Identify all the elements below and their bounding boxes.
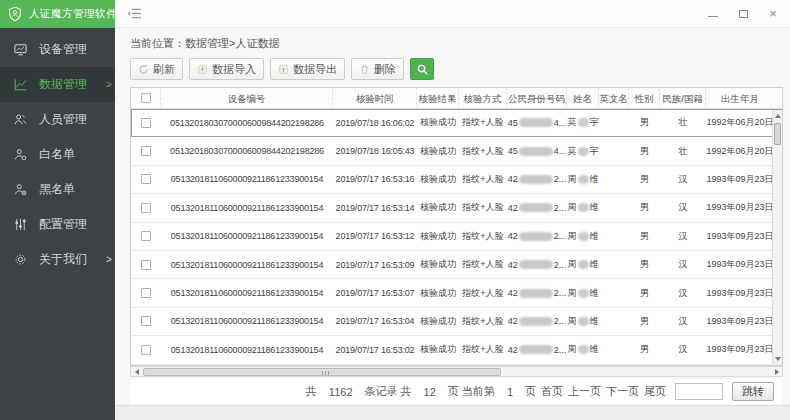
prev-page-link[interactable]: 上一页 bbox=[568, 384, 601, 399]
table-row[interactable]: 05132018110600009211861233900154 2019/07… bbox=[131, 336, 782, 364]
data-export-button[interactable]: 数据导出 bbox=[270, 58, 345, 80]
cell-device: 05132018110600009211861233900154 bbox=[161, 166, 333, 193]
column-header-name[interactable]: 姓名 bbox=[567, 88, 599, 109]
sidebar-item-personnel-management[interactable]: 人员管理 bbox=[0, 102, 115, 137]
delete-button[interactable]: 删除 bbox=[351, 58, 404, 80]
cell-citizen-id: 454... bbox=[507, 137, 567, 164]
cell-time: 2019/07/17 16:53:09 bbox=[333, 251, 417, 278]
cell-citizen-id: 422... bbox=[507, 223, 567, 250]
sidebar-item-label: 数据管理 bbox=[39, 76, 87, 93]
cell-birth: 1992年06月20日 bbox=[706, 137, 774, 164]
toolbar: 刷新 数据导入 数据导出 删除 bbox=[130, 58, 434, 80]
column-header-method[interactable]: 核验方式 bbox=[459, 88, 507, 109]
vertical-scrollbar[interactable] bbox=[772, 110, 782, 365]
person-blacklist-icon bbox=[13, 182, 28, 197]
row-checkbox[interactable] bbox=[141, 288, 151, 298]
collapse-sidebar-icon[interactable] bbox=[127, 7, 142, 20]
maximize-icon[interactable] bbox=[736, 7, 750, 21]
scroll-down-arrow-icon[interactable] bbox=[773, 354, 782, 365]
sidebar-item-label: 关于我们 bbox=[39, 251, 87, 268]
table-row[interactable]: 05132018110600009211861233900154 2019/07… bbox=[131, 166, 782, 194]
first-page-link[interactable]: 首页 bbox=[541, 384, 563, 399]
cell-ethnicity: 汉 bbox=[660, 251, 706, 278]
jump-page-input[interactable] bbox=[675, 383, 723, 400]
table-row[interactable]: 05132018110600009211861233900154 2019/07… bbox=[131, 223, 782, 251]
sidebar-item-device-management[interactable]: 设备管理 bbox=[0, 32, 115, 67]
cell-time: 2019/07/17 16:53:16 bbox=[333, 166, 417, 193]
table-row[interactable]: 05132018030700006009844202198286 2019/07… bbox=[131, 137, 782, 165]
data-import-button[interactable]: 数据导入 bbox=[189, 58, 264, 80]
pages-unit: 页 当前第 bbox=[448, 384, 495, 399]
table-row[interactable]: 05132018030700006009844202198286 2019/07… bbox=[131, 109, 782, 137]
cell-english-name bbox=[599, 336, 629, 363]
cell-english-name bbox=[599, 251, 629, 278]
row-checkbox[interactable] bbox=[141, 345, 151, 355]
column-header-device[interactable]: 设备编号 bbox=[161, 88, 333, 109]
people-icon bbox=[13, 112, 28, 127]
column-header-birth[interactable]: 出生年月 bbox=[706, 88, 774, 109]
horizontal-scrollbar[interactable] bbox=[130, 366, 783, 377]
column-header-time[interactable]: 核验时间 bbox=[333, 88, 417, 109]
cell-device: 05132018110600009211861233900154 bbox=[161, 308, 333, 335]
table-row[interactable]: 05132018110600009211861233900154 2019/07… bbox=[131, 194, 782, 222]
cell-english-name bbox=[599, 166, 629, 193]
column-header-gender[interactable]: 性别 bbox=[629, 88, 660, 109]
cell-gender: 男 bbox=[629, 251, 660, 278]
row-checkbox[interactable] bbox=[141, 316, 151, 326]
column-header-english-name[interactable]: 英文名 bbox=[599, 88, 629, 109]
search-button[interactable] bbox=[410, 58, 434, 80]
row-checkbox[interactable] bbox=[141, 231, 151, 241]
column-header-ethnicity[interactable]: 民族/国籍 bbox=[660, 88, 706, 109]
export-icon bbox=[278, 64, 289, 75]
table-row[interactable]: 05132018110600009211861233900154 2019/07… bbox=[131, 251, 782, 279]
person-id-data-table: 设备编号 核验时间 核验结果 核验方式 公民身份号码 姓名 英文名 性别 民族/… bbox=[130, 87, 783, 366]
cell-method: 指纹+人脸 bbox=[459, 109, 507, 136]
cell-result: 核验成功 bbox=[417, 336, 459, 363]
vertical-scrollbar-thumb[interactable] bbox=[774, 123, 781, 145]
horizontal-scrollbar-thumb[interactable] bbox=[143, 368, 501, 376]
next-page-link[interactable]: 下一页 bbox=[606, 384, 639, 399]
row-checkbox[interactable] bbox=[141, 174, 151, 184]
jump-button[interactable]: 跳转 bbox=[732, 382, 774, 401]
bottom-status-strip bbox=[115, 405, 790, 420]
scroll-left-arrow-icon[interactable] bbox=[131, 367, 142, 376]
column-header-citizen-id[interactable]: 公民身份号码 bbox=[507, 88, 567, 109]
cell-english-name bbox=[599, 308, 629, 335]
last-page-link[interactable]: 尾页 bbox=[644, 384, 666, 399]
sidebar-item-about-us[interactable]: 关于我们 > bbox=[0, 242, 115, 277]
close-icon[interactable]: × bbox=[766, 7, 780, 21]
sidebar-item-data-management[interactable]: 数据管理 > bbox=[0, 67, 115, 102]
cell-device: 05132018110600009211861233900154 bbox=[161, 251, 333, 278]
column-header-result[interactable]: 核验结果 bbox=[417, 88, 459, 109]
row-checkbox[interactable] bbox=[141, 260, 151, 270]
cell-name: 周维 bbox=[567, 166, 599, 193]
scroll-right-arrow-icon[interactable] bbox=[771, 367, 782, 376]
redaction-blur bbox=[519, 260, 553, 269]
cell-result: 核验成功 bbox=[417, 223, 459, 250]
trash-icon bbox=[359, 64, 370, 75]
cell-ethnicity: 汉 bbox=[660, 308, 706, 335]
refresh-button[interactable]: 刷新 bbox=[130, 58, 183, 80]
row-checkbox[interactable] bbox=[141, 203, 151, 213]
row-checkbox[interactable] bbox=[141, 146, 151, 156]
cell-birth: 1992年06月20日 bbox=[706, 109, 774, 136]
redaction-blur bbox=[578, 260, 589, 269]
table-row[interactable]: 05132018110600009211861233900154 2019/07… bbox=[131, 279, 782, 307]
cell-english-name bbox=[599, 279, 629, 306]
sidebar-item-whitelist[interactable]: 白名单 bbox=[0, 137, 115, 172]
cell-result: 核验成功 bbox=[417, 251, 459, 278]
sidebar-item-blacklist[interactable]: 黑名单 bbox=[0, 172, 115, 207]
sidebar-item-config-management[interactable]: 配置管理 bbox=[0, 207, 115, 242]
table-row[interactable]: 05132018110600009211861233900154 2019/07… bbox=[131, 308, 782, 336]
cell-birth: 1993年09月23日 bbox=[706, 251, 774, 278]
cell-method: 指纹+人脸 bbox=[459, 137, 507, 164]
scroll-up-arrow-icon[interactable] bbox=[773, 110, 782, 121]
redaction-blur bbox=[578, 232, 589, 241]
cell-time: 2019/07/17 16:53:12 bbox=[333, 223, 417, 250]
cell-birth: 1993年09月23日 bbox=[706, 279, 774, 306]
minimize-icon[interactable] bbox=[706, 7, 720, 21]
row-checkbox[interactable] bbox=[141, 118, 151, 128]
cell-time: 2019/07/18 16:05:43 bbox=[333, 137, 417, 164]
cell-english-name bbox=[599, 194, 629, 221]
select-all-checkbox[interactable] bbox=[141, 93, 151, 103]
